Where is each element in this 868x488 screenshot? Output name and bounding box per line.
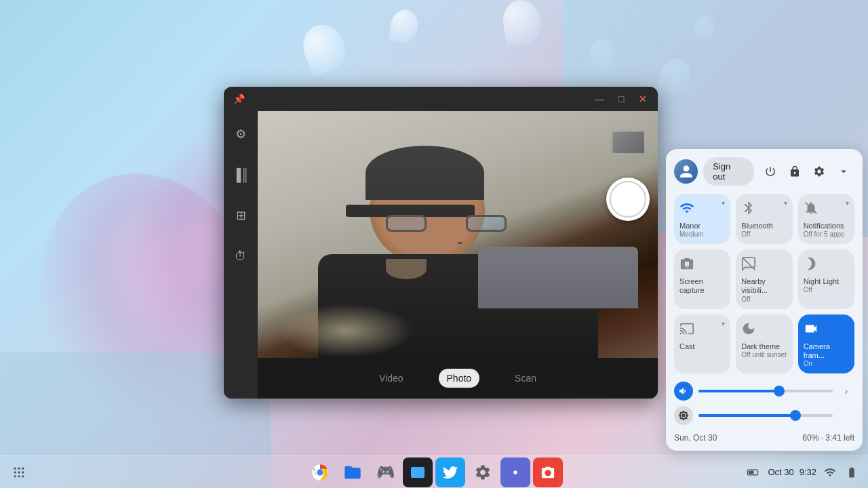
pin-button[interactable]: 📌	[229, 89, 248, 108]
volume-track[interactable]	[698, 390, 833, 392]
qs-battery: 60% · 3:41 left	[802, 433, 854, 443]
scan-mode-button[interactable]: Scan	[507, 369, 545, 388]
taskbar-steam-icon[interactable]: 🎮	[370, 458, 400, 487]
brightness-slider-row	[674, 406, 854, 425]
svg-rect-1	[684, 262, 689, 266]
battery-status-icon[interactable]	[844, 464, 860, 481]
volume-fill	[698, 390, 779, 392]
water-drop-3	[500, 0, 544, 47]
camera-window: 📌 — □ ✕ ⚙ ▐║ ⊞ ⏱	[224, 87, 658, 399]
taskbar-left	[0, 459, 33, 486]
night-light-label: Night Light	[804, 277, 840, 286]
camera-controls: Video Photo Scan	[258, 358, 658, 399]
taskbar-camera-icon[interactable]	[533, 458, 563, 487]
video-mode-button[interactable]: Video	[371, 369, 412, 388]
volume-expand-button[interactable]: ›	[838, 383, 854, 399]
night-light-tile[interactable]: Night Light Off	[798, 249, 854, 308]
qs-date: Sun, Oct 30	[674, 433, 717, 443]
svg-point-7	[18, 471, 20, 473]
dark-theme-icon	[741, 321, 756, 340]
power-button[interactable]	[760, 161, 781, 182]
camera-viewport: Video Photo Scan	[258, 111, 658, 399]
bluetooth-label: Bluetooth	[741, 222, 772, 230]
dark-theme-label: Dark theme	[741, 342, 780, 351]
camera-feed	[258, 111, 658, 358]
taskbar-date[interactable]: Oct 30	[768, 467, 793, 477]
svg-point-6	[14, 471, 16, 473]
camera-adjust-icon[interactable]: ▐║	[229, 163, 253, 187]
camera-sidebar: ⚙ ▐║ ⊞ ⏱	[224, 111, 258, 399]
camera-frame-tile[interactable]: Camera fram... On	[798, 314, 854, 373]
minimize-button[interactable]: —	[590, 89, 609, 108]
taskbar-terminal-icon[interactable]	[403, 458, 433, 487]
notifications-tile[interactable]: Notifications Off for 5 apps ▾	[798, 194, 854, 244]
notifications-label: Notifications	[804, 222, 844, 230]
camera-titlebar: 📌 — □ ✕	[224, 87, 658, 111]
taskbar-twitter-icon[interactable]	[435, 458, 465, 487]
screen-capture-label: Screen capture	[679, 277, 725, 295]
taskbar-linear-icon[interactable]	[500, 458, 530, 487]
capture-button[interactable]	[606, 178, 650, 221]
nearby-share-tile[interactable]: Nearby visibili... Off	[736, 249, 792, 308]
taskbar-files-icon[interactable]	[338, 458, 368, 487]
quick-settings-panel: Sign out	[666, 149, 863, 451]
nearby-share-icon	[741, 256, 756, 274]
camera-grid-icon[interactable]: ⊞	[229, 203, 253, 228]
bluetooth-tile[interactable]: Bluetooth Off ▾	[736, 194, 792, 244]
water-drop-2	[388, 7, 420, 45]
cast-tile[interactable]: Cast ▾	[674, 314, 730, 373]
wifi-tile[interactable]: Manor Medium ▾	[674, 194, 730, 244]
taskbar-center: 🎮	[305, 458, 563, 487]
maximize-button[interactable]: □	[612, 89, 631, 108]
camera-frame-label: Camera fram...	[804, 342, 849, 360]
taskbar-time[interactable]: 9:32	[800, 467, 816, 477]
camera-settings-icon[interactable]: ⚙	[229, 122, 253, 146]
brightness-icon[interactable]	[674, 406, 693, 425]
notifications-icon	[804, 201, 818, 219]
qs-date-value: Oct 30	[693, 433, 717, 443]
volume-icon[interactable]	[674, 382, 693, 401]
notifications-sublabel: Off for 5 apps	[804, 230, 844, 239]
settings-button[interactable]	[808, 161, 830, 182]
dark-theme-tile[interactable]: Dark theme Off until sunset	[736, 314, 792, 373]
taskbar-chrome-icon[interactable]	[305, 458, 335, 487]
sign-out-button[interactable]: Sign out	[703, 157, 754, 186]
svg-point-4	[18, 467, 20, 469]
quick-settings-header: Sign out	[674, 157, 854, 186]
launcher-button[interactable]	[5, 459, 33, 486]
bluetooth-sublabel: Off	[741, 230, 750, 239]
photo-mode-button[interactable]: Photo	[439, 369, 480, 388]
screen-capture-icon	[679, 256, 694, 274]
brightness-thumb[interactable]	[790, 410, 801, 421]
lock-button[interactable]	[784, 161, 806, 182]
bluetooth-chevron: ▾	[784, 199, 787, 207]
user-avatar	[674, 159, 698, 184]
svg-point-5	[22, 467, 24, 469]
svg-point-13	[317, 469, 323, 475]
svg-point-8	[22, 471, 24, 473]
brightness-track[interactable]	[698, 414, 833, 417]
taskbar-settings-icon[interactable]	[468, 458, 498, 487]
svg-point-11	[22, 475, 24, 477]
volume-thumb[interactable]	[774, 386, 785, 396]
camera-timer-icon[interactable]: ⏱	[229, 244, 253, 268]
svg-point-10	[18, 475, 20, 477]
camera-frame-sublabel: On	[804, 360, 812, 368]
cast-label: Cast	[679, 342, 695, 351]
nearby-share-label: Nearby visibili...	[741, 277, 787, 295]
wifi-label: Manor	[679, 222, 701, 230]
water-drop-1	[297, 19, 351, 77]
quick-settings-sliders: ›	[674, 382, 854, 425]
tray-icon[interactable]	[743, 463, 762, 482]
night-light-icon	[804, 256, 818, 274]
close-button[interactable]: ✕	[633, 89, 652, 108]
nearby-share-sublabel: Off	[741, 296, 750, 304]
expand-button[interactable]	[833, 161, 854, 182]
camera-frame-icon	[804, 321, 818, 340]
qs-day: Sun,	[674, 433, 691, 443]
wifi-chevron: ▾	[722, 199, 725, 207]
screen-capture-tile[interactable]: Screen capture	[674, 249, 730, 308]
night-light-sublabel: Off	[804, 286, 812, 294]
brightness-fill	[698, 414, 795, 417]
wifi-status-icon[interactable]	[822, 464, 838, 481]
